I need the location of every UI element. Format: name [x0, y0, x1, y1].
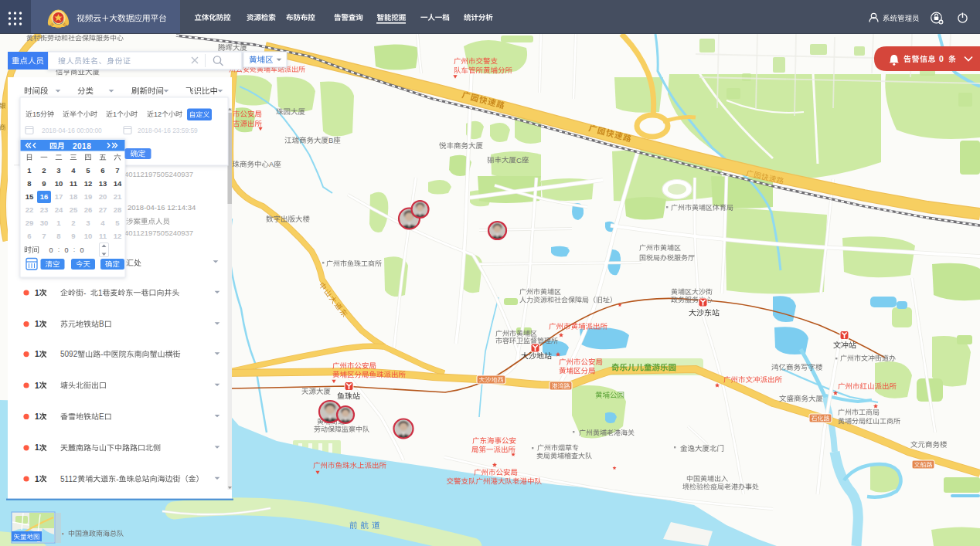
svg-text:2: 2: [42, 166, 46, 175]
svg-text:6: 6: [27, 232, 31, 240]
svg-text:2018-04-16 00:00:00: 2018-04-16 00:00:00: [42, 127, 102, 134]
svg-text:0: 0: [939, 54, 944, 63]
svg-text:10: 10: [84, 232, 93, 240]
svg-text:0: 0: [49, 246, 53, 254]
svg-text:1: 1: [35, 412, 39, 421]
svg-text:26: 26: [84, 205, 93, 214]
svg-text:2018-04-16 12:14:34: 2018-04-16 12:14:34: [128, 203, 196, 212]
svg-text:1: 1: [35, 350, 39, 358]
svg-text:15: 15: [26, 192, 34, 201]
svg-text:1: 1: [98, 289, 103, 297]
svg-text:5112: 5112: [60, 475, 77, 483]
svg-text:1: 1: [35, 475, 39, 483]
svg-text:40112197505240937: 40112197505240937: [124, 229, 193, 237]
svg-text:1: 1: [35, 320, 39, 328]
svg-text:21: 21: [114, 192, 122, 201]
svg-text:9: 9: [71, 232, 75, 240]
svg-text:1: 1: [113, 110, 117, 118]
svg-text:10: 10: [55, 179, 63, 188]
svg-text:5092: 5092: [60, 350, 78, 358]
svg-text:17: 17: [55, 192, 63, 201]
svg-text:-: -: [116, 475, 118, 483]
svg-text:11: 11: [99, 232, 107, 240]
svg-text:1: 1: [35, 382, 39, 390]
svg-text:20: 20: [99, 192, 107, 201]
svg-text:12: 12: [84, 179, 93, 188]
svg-text:E: E: [99, 412, 104, 421]
svg-text:5: 5: [86, 166, 90, 175]
svg-text:-: -: [100, 350, 103, 358]
svg-text:6: 6: [100, 166, 104, 175]
svg-text:27: 27: [99, 205, 107, 214]
svg-text:C: C: [516, 156, 522, 164]
svg-text:1: 1: [35, 289, 39, 297]
svg-text:16: 16: [40, 192, 49, 201]
svg-text:23: 23: [40, 205, 49, 214]
svg-text:13: 13: [99, 179, 107, 188]
svg-text:30: 30: [40, 219, 49, 227]
svg-text::: :: [58, 246, 60, 253]
svg-text:1: 1: [56, 219, 61, 227]
svg-text:0: 0: [64, 246, 68, 254]
svg-text:18: 18: [70, 192, 78, 201]
svg-text:8: 8: [27, 179, 31, 188]
svg-text:4: 4: [71, 166, 76, 175]
svg-text:40112197505240937: 40112197505240937: [124, 170, 193, 178]
svg-text:2018: 2018: [73, 142, 91, 151]
svg-text:7: 7: [115, 166, 119, 175]
svg-text:3: 3: [86, 219, 90, 227]
svg-text:15: 15: [32, 110, 40, 118]
svg-text:A: A: [269, 160, 274, 168]
svg-text:2: 2: [71, 219, 75, 227]
svg-text:25: 25: [70, 205, 78, 214]
svg-text:28: 28: [114, 205, 122, 214]
svg-text:3: 3: [56, 166, 60, 175]
svg-text:0: 0: [80, 246, 83, 254]
svg-text:-: -: [83, 289, 86, 297]
svg-text:12: 12: [114, 232, 122, 240]
svg-text:8: 8: [56, 232, 60, 240]
svg-text:4: 4: [100, 219, 105, 227]
svg-text:14: 14: [114, 179, 122, 188]
svg-text:24: 24: [55, 205, 63, 214]
svg-text:22: 22: [26, 205, 34, 214]
svg-text:19: 19: [84, 192, 93, 201]
svg-text:11: 11: [70, 179, 78, 188]
svg-text:29: 29: [26, 219, 34, 227]
svg-text:B: B: [99, 320, 104, 328]
svg-text:1: 1: [27, 166, 32, 175]
svg-text:9: 9: [42, 179, 46, 188]
svg-text::: :: [73, 246, 76, 253]
svg-text:7: 7: [42, 232, 46, 240]
svg-text:1: 1: [35, 443, 39, 452]
svg-text:2018-04-16 23:59:59: 2018-04-16 23:59:59: [138, 127, 198, 134]
svg-text:B: B: [328, 136, 333, 144]
svg-text:12: 12: [154, 110, 162, 118]
svg-text:5: 5: [115, 219, 120, 227]
